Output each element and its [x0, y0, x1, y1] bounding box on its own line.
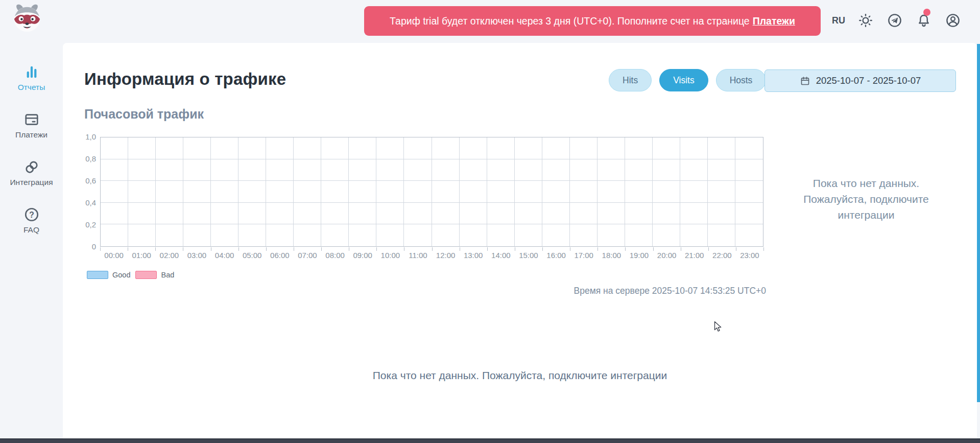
- x-axis-label: 08:00: [325, 251, 345, 260]
- grid-cell: [487, 137, 515, 159]
- app-logo[interactable]: [11, 3, 43, 33]
- grid-cell: [404, 137, 432, 159]
- tab-hits[interactable]: Hits: [609, 69, 652, 91]
- account-button[interactable]: [945, 12, 961, 29]
- grid-cell: [349, 137, 376, 159]
- sidebar-item-faq[interactable]: ?FAQ: [4, 207, 60, 235]
- grid-cell: [349, 224, 376, 246]
- y-axis-label: 0,2: [71, 220, 96, 229]
- grid-cell: [294, 181, 321, 203]
- grid-cell: [211, 137, 238, 159]
- grid-cell: [376, 203, 404, 225]
- x-axis-label: 20:00: [657, 251, 677, 260]
- grid-cell: [211, 203, 238, 225]
- x-axis-label: 10:00: [381, 251, 400, 260]
- grid-cell: [542, 159, 570, 181]
- grid-cell: [597, 224, 625, 246]
- server-time: Время на сервере 2025-10-07 14:53:25 UTC…: [100, 286, 766, 296]
- axis-tick: [183, 247, 183, 251]
- bottom-window-edge: [0, 438, 980, 443]
- sidebar-item-integration[interactable]: Интеграция: [4, 159, 60, 187]
- grid-cell: [708, 224, 735, 246]
- svg-text:?: ?: [29, 211, 34, 219]
- trial-warning-text: Тариф trial будет отключен через 3 дня (…: [390, 15, 750, 27]
- tab-hosts[interactable]: Hosts: [716, 69, 767, 91]
- x-axis-label: 04:00: [215, 251, 234, 260]
- grid-cell: [597, 159, 625, 181]
- x-axis-label: 13:00: [464, 251, 483, 260]
- grid-cell: [101, 203, 128, 225]
- grid-cell: [570, 181, 597, 203]
- grid-cell: [404, 203, 432, 225]
- grid-cell: [376, 137, 404, 159]
- grid-cell: [432, 159, 460, 181]
- grid-cell: [211, 224, 238, 246]
- grid-cell: [294, 203, 321, 225]
- chart-title: Почасовой трафик: [84, 107, 204, 122]
- payments-link[interactable]: Платежи: [753, 15, 795, 27]
- sun-icon: [858, 13, 873, 28]
- grid-cell: [238, 181, 266, 203]
- grid-cell: [128, 137, 156, 159]
- grid-cell: [625, 224, 653, 246]
- grid-cell: [653, 181, 680, 203]
- vertical-scrollbar[interactable]: [977, 44, 980, 402]
- grid-cell: [211, 181, 238, 203]
- x-axis-label: 23:00: [740, 251, 759, 260]
- grid-cell: [487, 203, 515, 225]
- grid-cell: [680, 181, 708, 203]
- grid-cell: [294, 137, 321, 159]
- theme-toggle-button[interactable]: [857, 12, 874, 29]
- legend-label: Bad: [161, 271, 174, 279]
- grid-cell: [625, 159, 653, 181]
- sidebar-item-reports[interactable]: Отчеты: [4, 64, 60, 92]
- grid-cell: [321, 159, 349, 181]
- date-range-value: 2025-10-07 - 2025-10-07: [816, 75, 921, 86]
- x-axis-label: 18:00: [602, 251, 622, 260]
- axis-tick: [681, 247, 681, 251]
- axis-tick: [653, 247, 654, 251]
- empty-state-side: Пока что нет данных. Пожалуйста, подключ…: [786, 176, 946, 223]
- grid-cell: [708, 137, 735, 159]
- grid-cell: [680, 224, 708, 246]
- calendar-icon: [800, 76, 810, 86]
- telegram-icon: [887, 13, 902, 28]
- y-axis-label: 0: [71, 242, 96, 251]
- tab-visits[interactable]: Visits: [659, 69, 708, 91]
- sidebar-item-payments[interactable]: Платежи: [4, 112, 60, 139]
- grid-cell: [156, 181, 183, 203]
- grid-cell: [460, 181, 487, 203]
- x-axis-label: 22:00: [712, 251, 732, 260]
- metric-tabs: HitsVisitsHosts: [609, 69, 766, 91]
- x-axis-label: 00:00: [104, 251, 124, 260]
- grid-cell: [376, 181, 404, 203]
- grid-cell: [101, 224, 128, 246]
- trial-warning-banner: Тариф trial будет отключен через 3 дня (…: [364, 6, 821, 36]
- grid-cell: [708, 181, 735, 203]
- y-axis-label: 1,0: [71, 132, 96, 141]
- x-axis-label: 09:00: [353, 251, 372, 260]
- user-icon: [945, 13, 961, 28]
- grid-cell: [708, 159, 735, 181]
- axis-tick: [376, 247, 377, 251]
- axis-tick: [570, 247, 570, 251]
- legend-label: Good: [112, 271, 130, 279]
- grid-cell: [266, 203, 294, 225]
- axis-tick: [597, 247, 598, 251]
- grid-cell: [211, 159, 238, 181]
- x-axis-label: 06:00: [270, 251, 290, 260]
- axis-tick: [432, 247, 433, 251]
- x-axis-label: 03:00: [187, 251, 207, 260]
- grid-cell: [460, 159, 487, 181]
- language-selector[interactable]: RU: [828, 13, 849, 28]
- grid-cell: [515, 203, 542, 225]
- grid-cell: [487, 181, 515, 203]
- grid-cell: [735, 203, 763, 225]
- grid-cell: [101, 137, 128, 159]
- telegram-button[interactable]: [887, 12, 903, 29]
- grid-cell: [321, 203, 349, 225]
- axis-tick: [100, 247, 101, 251]
- grid-cell: [597, 203, 625, 225]
- grid-cell: [294, 224, 321, 246]
- date-range-picker[interactable]: 2025-10-07 - 2025-10-07: [764, 69, 956, 92]
